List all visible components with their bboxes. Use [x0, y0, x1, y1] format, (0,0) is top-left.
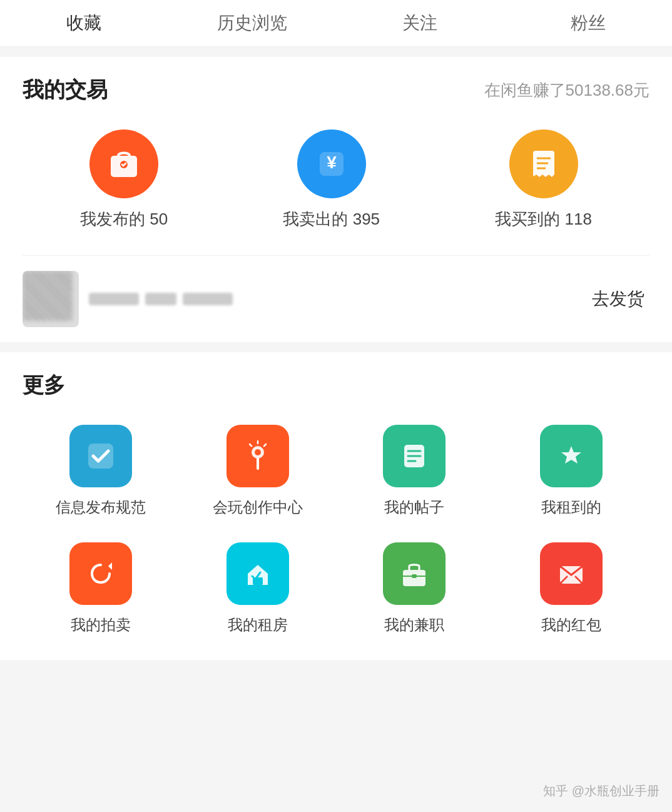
star-check-icon — [555, 440, 588, 472]
receipt-icon — [526, 146, 562, 182]
transactions-section: 我的交易 在闲鱼赚了50138.68元 我发布的 50 ¥ — [0, 57, 672, 342]
posts-list-icon — [398, 440, 430, 472]
svg-text:¥: ¥ — [327, 153, 337, 172]
house-check-icon — [242, 557, 274, 590]
bag-icon — [106, 146, 142, 182]
svg-line-13 — [250, 444, 252, 446]
pending-row[interactable]: 去发货 — [23, 255, 649, 342]
transactions-title: 我的交易 — [23, 76, 108, 104]
more-item-auction[interactable]: 我的拍卖 — [23, 542, 180, 635]
transaction-icons-row: 我发布的 50 ¥ 我卖出的 395 — [23, 129, 649, 255]
creative-label: 会玩创作中心 — [213, 497, 303, 517]
svg-rect-22 — [412, 574, 417, 578]
envelope-icon — [555, 557, 588, 590]
more-item-redpacket[interactable]: 我的红包 — [493, 542, 650, 635]
creative-icon — [227, 425, 289, 487]
info-rules-icon — [69, 425, 132, 487]
rented-icon — [540, 425, 603, 487]
more-item-rented[interactable]: 我租到的 — [493, 425, 650, 517]
published-icon-circle — [89, 129, 158, 198]
published-label: 我发布的 50 — [80, 208, 168, 230]
tab-collect[interactable]: 收藏 — [0, 0, 168, 46]
pending-info — [89, 293, 233, 305]
transaction-published[interactable]: 我发布的 50 — [80, 129, 168, 230]
house-label: 我的租房 — [228, 615, 288, 635]
sold-label: 我卖出的 395 — [283, 208, 380, 230]
more-item-house[interactable]: 我的租房 — [180, 542, 337, 635]
transactions-subtitle: 在闲鱼赚了50138.68元 — [484, 79, 649, 101]
rented-label: 我租到的 — [541, 497, 601, 517]
redpacket-icon — [540, 542, 603, 605]
more-section: 更多 信息发布规范 — [0, 352, 672, 660]
check-square-icon — [84, 440, 117, 472]
pin-icon — [242, 440, 274, 472]
svg-marker-18 — [108, 562, 112, 570]
transaction-bought[interactable]: 我买到的 118 — [495, 129, 592, 230]
top-nav: 收藏历史浏览关注粉丝 — [0, 0, 672, 47]
house-icon — [227, 542, 289, 605]
pending-left — [23, 271, 233, 327]
watermark: 知乎 @水瓶创业手册 — [543, 783, 659, 799]
svg-point-10 — [255, 449, 261, 455]
pending-thumbnail — [23, 271, 79, 327]
transactions-header: 我的交易 在闲鱼赚了50138.68元 — [23, 76, 649, 104]
svg-line-12 — [264, 444, 266, 446]
yuan-icon: ¥ — [313, 146, 350, 182]
more-item-posts[interactable]: 我的帖子 — [336, 425, 493, 517]
more-item-info-rules[interactable]: 信息发布规范 — [23, 425, 180, 517]
auction-icon — [69, 542, 132, 605]
tab-fans[interactable]: 粉丝 — [504, 0, 673, 46]
auction-label: 我的拍卖 — [71, 615, 131, 635]
bought-label: 我买到的 118 — [495, 208, 592, 230]
more-title: 更多 — [23, 373, 65, 397]
more-item-parttime[interactable]: 我的兼职 — [336, 542, 493, 635]
pending-action-label[interactable]: 去发货 — [592, 287, 649, 311]
more-item-creative[interactable]: 会玩创作中心 — [180, 425, 337, 517]
briefcase-icon — [398, 557, 430, 590]
parttime-label: 我的兼职 — [384, 615, 444, 635]
top-divider — [0, 47, 672, 57]
more-grid: 信息发布规范 会玩创作中心 — [23, 425, 649, 635]
sold-icon-circle: ¥ — [297, 129, 366, 198]
transaction-sold[interactable]: ¥ 我卖出的 395 — [283, 129, 380, 230]
redpacket-label: 我的红包 — [541, 615, 601, 635]
bought-icon-circle — [509, 129, 578, 198]
info-rules-label: 信息发布规范 — [56, 497, 146, 517]
tab-history[interactable]: 历史浏览 — [168, 0, 337, 46]
tab-follow[interactable]: 关注 — [336, 0, 504, 46]
refresh-arrow-icon — [84, 557, 117, 590]
parttime-icon — [383, 542, 445, 605]
posts-icon — [383, 425, 445, 487]
posts-label: 我的帖子 — [384, 497, 444, 517]
